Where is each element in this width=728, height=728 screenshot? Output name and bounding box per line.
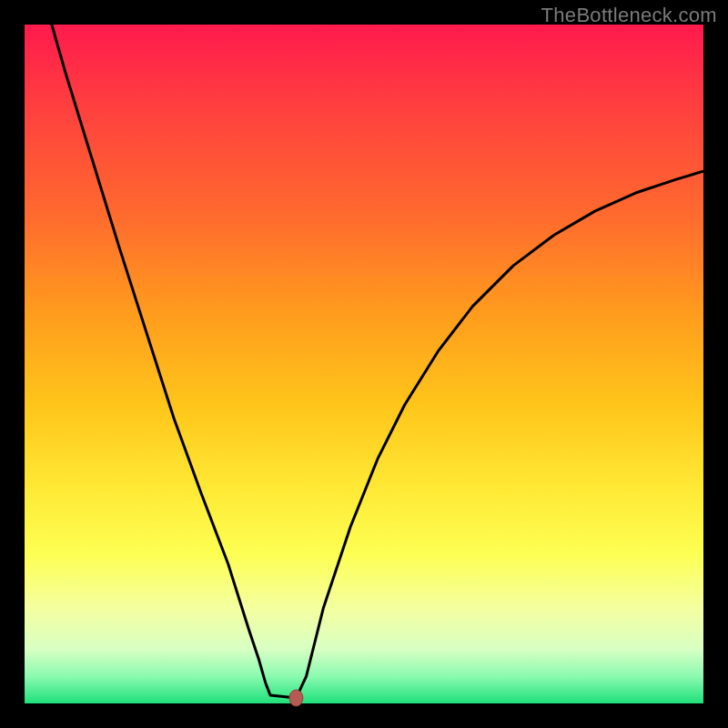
optimal-point-marker <box>289 690 303 706</box>
bottleneck-curve <box>52 25 703 698</box>
bottleneck-curve-chart <box>25 25 703 703</box>
plot-area <box>25 25 703 703</box>
watermark-text: TheBottleneck.com <box>541 4 717 27</box>
chart-frame: TheBottleneck.com <box>0 0 728 728</box>
